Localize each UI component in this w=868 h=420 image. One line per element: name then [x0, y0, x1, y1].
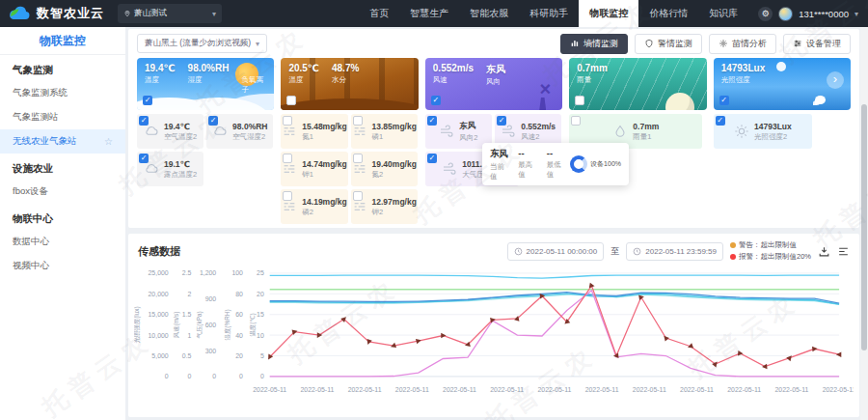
- toolbar-button-警情监测[interactable]: 警情监测: [635, 34, 702, 54]
- user-account[interactable]: 131****0000: [799, 9, 849, 19]
- svg-text:5,000: 5,000: [151, 352, 168, 359]
- sidebar-item-label: 气象监测系统: [13, 87, 68, 99]
- sensor-checkbox[interactable]: ✓: [497, 116, 506, 126]
- nav-item-知识库[interactable]: 知识库: [698, 0, 748, 27]
- cloud-icon: [212, 124, 228, 139]
- sensor-item-钾2[interactable]: 12.97mg/kg钾2: [351, 189, 418, 224]
- weather-card-rain[interactable]: 0.7mm雨量: [569, 58, 706, 110]
- sidebar: 物联监控 气象监测气象监测系统气象监测站无线农业气象站☆设施农业fbox设备物联…: [0, 27, 125, 420]
- tooltip-stat: --最高值: [518, 148, 536, 182]
- sensor-item-露点温度2[interactable]: ✓19.1℃露点温度2: [137, 152, 203, 186]
- sensor-checkbox[interactable]: [353, 191, 363, 201]
- sidebar-item-视频中心[interactable]: 视频中心: [0, 254, 125, 278]
- sensor-item-空气湿度2[interactable]: ✓98.0%RH空气湿度2: [206, 114, 273, 149]
- avatar[interactable]: [778, 7, 793, 21]
- wind-direction-marker: [786, 353, 794, 361]
- sensor-item-光照强度2[interactable]: ✓14793Lux光照强度2: [714, 114, 813, 149]
- svg-text:40: 40: [235, 332, 243, 339]
- region-select[interactable]: 萧山测试 ▾: [118, 4, 222, 23]
- date-from-input[interactable]: 2022-05-11 00:00:00: [507, 242, 605, 261]
- sensor-item-氮2[interactable]: 19.40mg/kg氮2: [351, 152, 418, 186]
- sensor-text: 19.40mg/kg氮2: [372, 159, 417, 180]
- card-metric: 东风风向: [486, 63, 505, 87]
- card-metric: 98.0%RH湿度: [188, 63, 230, 95]
- card-checkbox[interactable]: ✓: [719, 96, 729, 105]
- svg-text:0: 0: [165, 373, 169, 379]
- chart-icon: [570, 39, 580, 48]
- nav-item-智慧生产[interactable]: 智慧生产: [399, 0, 459, 27]
- sensor-item-磷1[interactable]: 13.85mg/kg磷1: [351, 114, 418, 149]
- sensor-checkbox[interactable]: ✓: [427, 154, 437, 163]
- nav-item-科研助手[interactable]: 科研助手: [519, 0, 579, 27]
- sensor-checkbox[interactable]: [283, 154, 292, 163]
- sensor-value: 19.4℃: [164, 122, 197, 131]
- sensor-checkbox[interactable]: ✓: [716, 116, 725, 126]
- svg-text:60: 60: [235, 311, 243, 318]
- nav-item-物联监控[interactable]: 物联监控: [579, 0, 638, 27]
- sensor-checkbox[interactable]: [353, 116, 363, 126]
- wind-tooltip: 东风当前值--最高值--最低值 设备100%: [482, 143, 629, 185]
- toolbar-button-设备管理[interactable]: 设备管理: [783, 34, 851, 54]
- star-icon[interactable]: ☆: [104, 136, 113, 147]
- sensor-value: 0.7mm: [633, 122, 659, 131]
- sensor-checkbox[interactable]: ✓: [139, 154, 149, 163]
- sensor-item-钾1[interactable]: 14.74mg/kg钾1: [281, 152, 347, 186]
- card-metric: 48.7%水分: [332, 63, 359, 85]
- sidebar-item-fbox设备[interactable]: fbox设备: [0, 180, 125, 204]
- weather-card-soil[interactable]: 20.5℃温度48.7%水分: [281, 58, 418, 110]
- carousel-next-button[interactable]: ›: [827, 71, 844, 89]
- sensor-item-磷2[interactable]: 14.19mg/kg磷2: [281, 189, 347, 224]
- metric-label: 风速: [433, 75, 474, 85]
- card-checkbox[interactable]: [575, 96, 584, 105]
- sensor-checkbox[interactable]: ✓: [427, 116, 437, 126]
- scrollbar-thumb[interactable]: [861, 104, 867, 350]
- sensor-checkbox[interactable]: [571, 116, 581, 126]
- sensor-item-空气温度2[interactable]: ✓19.4℃空气温度2: [137, 114, 203, 149]
- card-checkbox[interactable]: ✓: [143, 96, 152, 105]
- weather-card-sky[interactable]: 19.4℃温度98.0%RH湿度负氧离子✓: [137, 58, 274, 110]
- sensor-checkbox[interactable]: ✓: [208, 116, 218, 126]
- svg-text:2022-05-11: 2022-05-11: [300, 386, 334, 393]
- svg-text:2022-05-11: 2022-05-11: [253, 386, 286, 393]
- card-checkbox[interactable]: [286, 96, 296, 105]
- sensor-checkbox[interactable]: [353, 154, 363, 163]
- sensor-text: 15.48mg/kg氮1: [302, 122, 346, 142]
- svg-text:20: 20: [235, 352, 243, 359]
- sensor-checkbox[interactable]: [283, 191, 292, 201]
- sensor-checkbox[interactable]: ✓: [139, 116, 149, 126]
- sensor-text: 19.1℃露点温度2: [164, 159, 197, 180]
- sidebar-item-label: fbox设备: [13, 185, 48, 198]
- metric-value: 0.552m/s: [433, 63, 474, 74]
- wind-direction-marker: [836, 351, 841, 357]
- shield-icon: [644, 39, 654, 48]
- svg-text:2022-05-11: 2022-05-11: [443, 386, 476, 393]
- scrollbar[interactable]: [860, 27, 868, 420]
- nav-item-价格行情[interactable]: 价格行情: [638, 0, 698, 27]
- sidebar-item-气象监测系统[interactable]: 气象监测系统: [0, 81, 125, 105]
- list-menu-icon[interactable]: [837, 245, 850, 258]
- sensor-item-氮1[interactable]: 15.48mg/kg氮1: [281, 114, 347, 149]
- sidebar-group-label: 物联中心: [0, 204, 125, 230]
- card-checkbox[interactable]: ✓: [431, 96, 441, 105]
- toolbar-button-苗情分析[interactable]: 苗情分析: [709, 34, 776, 54]
- date-to-input[interactable]: 2022-05-11 23:59:59: [626, 242, 723, 261]
- svg-text:0: 0: [239, 373, 243, 379]
- sidebar-item-数据中心[interactable]: 数据中心: [0, 230, 125, 254]
- soil-icon: [352, 199, 367, 214]
- region-select-value: 萧山测试: [134, 8, 167, 19]
- date-to-value: 2022-05-11 23:59:59: [645, 247, 717, 256]
- device-chevron-down-icon: ▾: [256, 40, 259, 48]
- nav-item-智能农服[interactable]: 智能农服: [459, 0, 519, 27]
- download-icon[interactable]: [818, 245, 830, 258]
- toolbar-button-墒情监测[interactable]: 墒情监测: [560, 34, 628, 54]
- sensor-column-cream: 15.48mg/kg氮113.85mg/kg磷114.74mg/kg钾119.4…: [281, 114, 418, 224]
- sidebar-item-无线农业气象站[interactable]: 无线农业气象站☆: [0, 129, 125, 154]
- device-select[interactable]: 萧山黑土 (流量少勿浏览视频) ▾: [137, 34, 267, 53]
- sensor-label: 钾2: [372, 208, 417, 217]
- nav-item-首页[interactable]: 首页: [359, 0, 399, 27]
- sensor-item-风向2[interactable]: ✓东风风向2: [425, 114, 492, 149]
- gear-icon[interactable]: ⚙: [758, 7, 773, 21]
- sensor-checkbox[interactable]: [283, 116, 292, 126]
- weather-card-wind[interactable]: 0.552m/s风速东风风向✓: [425, 58, 562, 110]
- sidebar-item-气象监测站[interactable]: 气象监测站: [0, 105, 125, 129]
